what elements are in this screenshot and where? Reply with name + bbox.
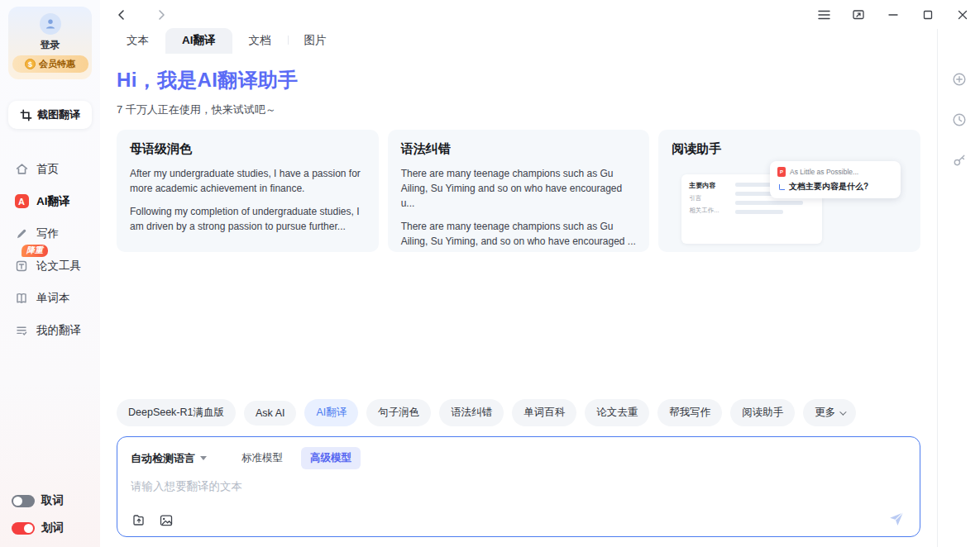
page-title: Hi，我是AI翻译助手	[117, 67, 920, 93]
word-select-toggle-row[interactable]: 划词	[12, 521, 88, 535]
quick-action-chips: DeepSeek-R1满血版 Ask AI AI翻译 句子润色 语法纠错 单词百…	[100, 399, 937, 426]
chip-word-encyclopedia[interactable]: 单词百科	[512, 399, 576, 426]
chevron-left-icon	[119, 11, 123, 19]
sidebar-item-writing[interactable]: 写作	[8, 218, 92, 249]
card-title: 语法纠错	[401, 141, 637, 157]
example-result-text: Following my completion of undergraduate…	[130, 204, 366, 234]
chip-ai-translate[interactable]: AI翻译	[304, 399, 358, 426]
ai-translate-icon: A	[14, 194, 29, 209]
caret-down-icon	[200, 456, 207, 460]
chip-help-write[interactable]: 帮我写作	[657, 399, 722, 426]
chip-ask-ai[interactable]: Ask AI	[244, 401, 296, 426]
card-grammar-check[interactable]: 语法纠错 There are many teenage champions su…	[388, 130, 650, 252]
card-reading-assistant[interactable]: 阅读助手 主要内容 引言 相关工作...	[658, 130, 920, 252]
chevron-down-icon	[839, 408, 846, 415]
key-button[interactable]	[949, 150, 970, 171]
translate-text-input[interactable]	[131, 480, 674, 492]
tab-document[interactable]: 文档	[232, 28, 288, 54]
outline-item: 引言	[689, 194, 729, 202]
import-file-button[interactable]	[131, 512, 147, 529]
sidebar-item-label: 写作	[36, 226, 59, 241]
word-select-toggle[interactable]	[12, 522, 35, 535]
user-icon	[44, 17, 57, 31]
plus-circle-icon	[952, 72, 967, 87]
import-file-icon	[131, 513, 146, 528]
nav-back-button[interactable]	[110, 4, 131, 26]
language-selector-label: 自动检测语言	[131, 451, 195, 466]
example-source-text: After my undergraduate studies, I have a…	[130, 166, 366, 196]
right-tool-rail	[937, 29, 980, 547]
nav-forward-button[interactable]	[151, 4, 173, 26]
chip-grammar-check[interactable]: 语法纠错	[439, 399, 504, 426]
member-offer-button[interactable]: $ 会员特惠	[12, 55, 88, 73]
upload-image-button[interactable]	[158, 512, 174, 529]
standard-model-option[interactable]: 标准模型	[233, 447, 291, 469]
sidebar-item-my-translations[interactable]: 我的翻译	[8, 315, 92, 345]
body-row: 文本 AI翻译 文档 图片 Hi，我是AI翻译助手 7 千万人正在使用，快来试试…	[100, 29, 980, 547]
paper-tools-icon	[14, 259, 29, 274]
sidebar-item-label: AI翻译	[36, 194, 70, 209]
tab-ai-translate[interactable]: AI翻译	[165, 28, 232, 54]
question-text: 文档主要内容是什么?	[789, 181, 868, 193]
pdf-icon: P	[777, 167, 786, 177]
reply-arrow-icon	[779, 184, 785, 190]
word-pick-toggle[interactable]	[12, 495, 35, 507]
coin-icon: $	[25, 59, 36, 69]
home-icon	[14, 162, 29, 177]
tab-image[interactable]: 图片	[288, 28, 343, 54]
translate-input-panel: 自动检测语言 标准模型 高级模型	[117, 436, 920, 537]
app-window: 登录 $ 会员特惠 截图翻译 首页	[0, 0, 980, 547]
mini-window-button[interactable]	[841, 0, 876, 29]
history-button[interactable]	[949, 109, 970, 131]
crop-icon	[20, 109, 32, 121]
login-label[interactable]: 登录	[41, 38, 60, 52]
minimize-icon	[888, 10, 898, 20]
reduce-duplicate-badge: 降重	[22, 245, 48, 257]
sidebar-item-ai-translate[interactable]: A AI翻译	[8, 186, 92, 216]
avatar[interactable]	[40, 13, 61, 35]
send-paper-plane-icon	[888, 511, 905, 527]
tab-text[interactable]: 文本	[110, 28, 165, 54]
login-card[interactable]: 登录 $ 会员特惠	[8, 7, 92, 79]
chip-sentence-polish[interactable]: 句子润色	[366, 399, 431, 426]
hamburger-menu-icon	[818, 10, 830, 20]
sidebar-item-home[interactable]: 首页	[8, 154, 92, 184]
minimize-button[interactable]	[876, 0, 911, 29]
feature-cards: 母语级润色 After my undergraduate studies, I …	[117, 130, 920, 252]
screenshot-translate-button[interactable]: 截图翻译	[8, 101, 92, 129]
word-pick-label: 取词	[41, 493, 64, 508]
card-native-polish[interactable]: 母语级润色 After my undergraduate studies, I …	[117, 130, 379, 252]
chip-paper-dedup[interactable]: 论文去重	[585, 399, 649, 426]
card-title: 母语级润色	[130, 141, 366, 157]
chip-more[interactable]: 更多	[803, 399, 856, 426]
word-select-label: 划词	[41, 521, 64, 535]
send-button[interactable]	[887, 509, 906, 529]
advanced-model-option[interactable]: 高级模型	[301, 447, 361, 469]
example-source-text: There are many teenage champions such as…	[401, 166, 637, 211]
document-name: As Little as Possible...	[790, 168, 858, 176]
language-selector[interactable]: 自动检测语言	[131, 451, 207, 466]
card-body: There are many teenage champions such as…	[401, 166, 637, 249]
chip-deepseek[interactable]: DeepSeek-R1满血版	[117, 399, 236, 426]
chip-reading-assistant[interactable]: 阅读助手	[730, 399, 795, 426]
card-title: 阅读助手	[672, 141, 907, 157]
wordbook-icon	[14, 291, 29, 306]
sidebar-item-wordbook[interactable]: 单词本	[8, 283, 92, 313]
sidebar-item-paper-tools[interactable]: 降重 论文工具	[8, 250, 92, 281]
word-pick-toggle-row[interactable]: 取词	[12, 493, 88, 508]
document-outline: 主要内容 引言 相关工作...	[689, 181, 729, 237]
new-session-button[interactable]	[949, 69, 970, 90]
composer-actions	[131, 512, 174, 529]
screenshot-translate-label: 截图翻译	[37, 107, 80, 122]
question-row: 文档主要内容是什么?	[777, 181, 893, 193]
maximize-icon	[923, 10, 933, 20]
close-button[interactable]	[945, 0, 980, 29]
page-subtitle: 7 千万人正在使用，快来试试吧～	[117, 102, 920, 117]
question-tooltip: P As Little as Possible... 文档主要内容是什么?	[770, 161, 901, 198]
pen-icon	[14, 226, 29, 241]
history-clock-icon	[952, 112, 967, 127]
menu-button[interactable]	[806, 0, 841, 29]
close-icon	[958, 10, 968, 20]
example-result-text: There are many teenage champions such as…	[401, 219, 637, 249]
maximize-button[interactable]	[911, 0, 945, 29]
